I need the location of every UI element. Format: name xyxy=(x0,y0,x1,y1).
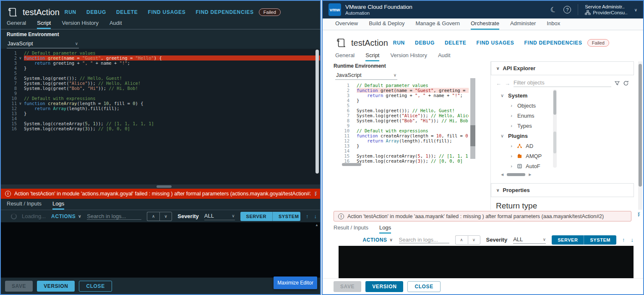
tree-horizontal-scrollbar-thumb[interactable] xyxy=(507,173,525,176)
nav-tab-overview[interactable]: Overview xyxy=(335,20,358,30)
filter-objects-input[interactable] xyxy=(514,79,611,87)
vmw-logo[interactable]: vmw xyxy=(329,3,341,16)
collapse-error-icon[interactable]: ∨∨ xyxy=(314,192,317,196)
sort-descending-icon[interactable]: ↓ xyxy=(631,237,634,243)
tree-item-objects[interactable]: ›Objects xyxy=(500,100,575,111)
action-link-find-usages[interactable]: FIND USAGES xyxy=(477,40,514,46)
filter-icon[interactable] xyxy=(615,81,620,86)
nav-tab-build-deploy[interactable]: Build & Deploy xyxy=(369,20,404,30)
editor-horizontal-scrollbar-thumb[interactable] xyxy=(342,163,361,166)
tab-result-inputs[interactable]: Result / Inputs xyxy=(334,224,368,234)
search-logs-input[interactable] xyxy=(399,237,449,243)
nav-tab-orchestrate[interactable]: Orchestrate xyxy=(471,20,499,30)
fold-icon[interactable]: ∨ xyxy=(17,101,24,106)
logs-panel[interactable]: ▲ xyxy=(1,222,320,277)
chevron-right-icon[interactable]: › xyxy=(509,103,514,108)
api-explorer-header[interactable]: ∨ API Explorer xyxy=(491,61,634,75)
tab-result-inputs[interactable]: Result / Inputs xyxy=(7,200,42,210)
chevron-right-icon[interactable]: › xyxy=(509,153,514,158)
actions-dropdown[interactable]: ACTIONS ∨ xyxy=(362,237,393,243)
chevron-right-icon[interactable]: › xyxy=(509,143,514,148)
tab-script[interactable]: Script xyxy=(37,20,51,29)
editor-scrollbar[interactable] xyxy=(470,78,475,159)
code-editor[interactable]: 1// Default parameter values2∨function g… xyxy=(1,49,320,184)
help-icon[interactable]: ? xyxy=(563,6,571,13)
back-icon[interactable]: ← xyxy=(496,80,501,87)
editor-scrollbar-thumb[interactable] xyxy=(470,125,475,146)
server-toggle-button[interactable]: SERVER xyxy=(552,235,584,245)
chevron-right-icon[interactable]: › xyxy=(509,123,514,128)
runtime-environment-select[interactable]: JavaScript ∨ xyxy=(7,40,79,48)
tab-general[interactable]: General xyxy=(335,52,355,61)
tab-audit[interactable]: Audit xyxy=(110,20,122,29)
tab-version-history[interactable]: Version History xyxy=(390,52,427,61)
save-button[interactable]: SAVE xyxy=(334,281,361,292)
search-prev-button[interactable]: ∧ xyxy=(455,235,468,245)
action-link-debug[interactable]: DEBUG xyxy=(86,9,106,15)
sort-ascending-icon[interactable]: ↑ xyxy=(306,213,309,219)
logs-panel[interactable] xyxy=(339,246,634,278)
tree-scrollbar-thumb[interactable] xyxy=(553,90,556,115)
scroll-right-icon[interactable]: ▶ xyxy=(529,173,531,176)
search-next-button[interactable]: ∨ xyxy=(159,212,172,221)
nav-tab-inbox[interactable]: Inbox xyxy=(547,20,560,30)
sort-ascending-icon[interactable]: ↑ xyxy=(622,237,625,243)
action-link-delete[interactable]: DELETE xyxy=(445,40,467,46)
system-toggle-button[interactable]: SYSTEM xyxy=(584,235,616,245)
tab-general[interactable]: General xyxy=(7,20,26,29)
runtime-environment-select[interactable]: JavaScript ∨ xyxy=(335,71,397,80)
search-logs-input[interactable] xyxy=(87,213,141,220)
tab-script[interactable]: Script xyxy=(365,52,379,61)
action-link-run[interactable]: RUN xyxy=(393,40,405,46)
tree-item-ad[interactable]: ›AD xyxy=(500,141,575,151)
close-button[interactable]: CLOSE xyxy=(79,281,112,292)
resize-handle[interactable] xyxy=(156,185,172,188)
tree-scrollbar[interactable] xyxy=(553,90,557,168)
actions-dropdown[interactable]: ACTIONS ∨ xyxy=(51,213,81,219)
tree-item-enums[interactable]: ›Enums xyxy=(500,111,575,121)
action-link-delete[interactable]: DELETE xyxy=(116,9,138,15)
tab-logs[interactable]: Logs xyxy=(379,224,391,234)
forward-icon[interactable]: → xyxy=(505,80,510,87)
search-next-button[interactable]: ∨ xyxy=(468,235,480,245)
chevron-down-icon[interactable]: ∨ xyxy=(634,8,637,12)
server-toggle-button[interactable]: SERVER xyxy=(240,212,272,221)
fold-icon[interactable]: ∨ xyxy=(17,55,24,61)
system-toggle-button[interactable]: SYSTEM xyxy=(272,212,300,221)
editor-scrollbar-thumb[interactable] xyxy=(315,50,319,174)
collapse-error-icon[interactable]: ∨∨ xyxy=(637,212,640,216)
scroll-left-icon[interactable]: ◀ xyxy=(501,173,503,176)
scroll-up-icon[interactable]: ▲ xyxy=(315,223,318,227)
chevron-down-icon[interactable]: ∨ xyxy=(500,133,504,139)
panel-scrollbar-thumb[interactable] xyxy=(639,64,642,187)
nav-tab-administer[interactable]: Administer xyxy=(510,20,536,30)
tab-audit[interactable]: Audit xyxy=(438,52,451,61)
search-prev-button[interactable]: ∧ xyxy=(147,212,159,221)
tree-item-system[interactable]: ∨System xyxy=(500,90,575,100)
panel-scrollbar[interactable] xyxy=(638,61,642,210)
action-link-find-dependencies[interactable]: FIND DEPENDENCIES xyxy=(524,40,582,46)
action-link-run[interactable]: RUN xyxy=(65,9,76,15)
chevron-down-icon[interactable]: ∨ xyxy=(500,93,504,98)
version-button[interactable]: VERSION xyxy=(365,281,403,292)
tree-item-types[interactable]: ›Types xyxy=(500,121,575,131)
code-editor[interactable]: 1// Default parameter values2function gr… xyxy=(334,83,469,173)
maximize-editor-button[interactable]: Maximize Editor xyxy=(274,277,317,289)
close-button[interactable]: CLOSE xyxy=(407,281,440,292)
tree-item-amqp[interactable]: ›AMQP xyxy=(500,151,575,161)
tree-scrollbar-thumb-secondary[interactable] xyxy=(553,132,556,153)
action-link-find-dependencies[interactable]: FIND DEPENDENCIES xyxy=(196,9,254,15)
action-link-find-usages[interactable]: FIND USAGES xyxy=(148,9,186,15)
sort-descending-icon[interactable]: ↓ xyxy=(314,213,317,219)
nav-tab-manage-govern[interactable]: Manage & Govern xyxy=(415,20,460,30)
action-link-debug[interactable]: DEBUG xyxy=(415,40,435,46)
tab-version-history[interactable]: Version History xyxy=(62,20,98,29)
tab-logs[interactable]: Logs xyxy=(52,200,64,210)
chevron-right-icon[interactable]: › xyxy=(509,163,514,169)
chevron-right-icon[interactable]: › xyxy=(509,113,514,118)
tree-item-autof[interactable]: ›AutoF xyxy=(500,161,575,171)
severity-select[interactable]: ALL ∨ xyxy=(204,213,235,220)
dark-mode-toggle-icon[interactable]: ☾ xyxy=(549,5,558,15)
version-button[interactable]: VERSION xyxy=(37,281,75,292)
severity-select[interactable]: ALL ∨ xyxy=(513,236,546,244)
